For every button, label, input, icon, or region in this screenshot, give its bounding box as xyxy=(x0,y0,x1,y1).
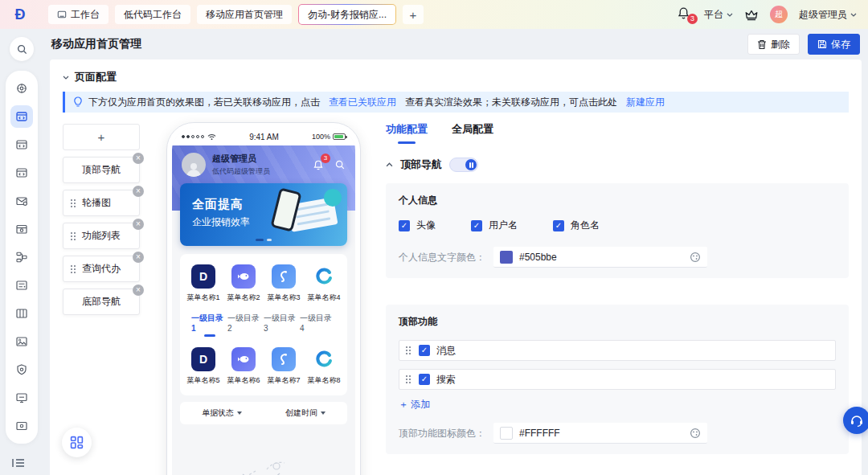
tab-function-config[interactable]: 功能配置 xyxy=(386,122,428,137)
personal-text-color-input[interactable]: #505bbe xyxy=(493,247,707,268)
component-function-list[interactable]: 功能列表 × xyxy=(63,223,140,249)
category-tab[interactable]: 一级目录2 xyxy=(227,313,264,333)
checkbox-checked-icon[interactable]: ✓ xyxy=(419,345,430,356)
top-function-color-input[interactable]: #FFFFFF xyxy=(493,423,707,444)
rail-search-button[interactable] xyxy=(10,37,34,61)
support-chat-button[interactable] xyxy=(843,407,868,434)
monitor-icon[interactable] xyxy=(10,387,33,409)
phone-bell-button[interactable]: 3 xyxy=(313,159,324,171)
notifications-button[interactable]: 3 xyxy=(677,6,693,23)
delete-button[interactable]: 删除 xyxy=(747,34,800,55)
component-bottom-nav[interactable]: 底部导航 × xyxy=(63,289,140,315)
color-swatch[interactable] xyxy=(500,251,513,264)
drag-handle[interactable] xyxy=(71,265,76,273)
tab-finance-expense-active[interactable]: 勿动-财务报销应... xyxy=(298,4,396,25)
palette-icon[interactable] xyxy=(690,428,701,439)
view-linked-app-link[interactable]: 查看已关联应用 xyxy=(329,96,396,109)
menu-item[interactable]: 菜单名称4 xyxy=(304,264,344,303)
add-component-button[interactable]: + xyxy=(63,124,140,150)
checkbox-avatar[interactable]: ✓头像 xyxy=(399,219,436,232)
function-row-label: 搜索 xyxy=(436,373,456,387)
mail-settings-icon[interactable] xyxy=(10,190,33,212)
component-query-todo[interactable]: 查询代办 × xyxy=(63,256,140,282)
service-gear-icon[interactable] xyxy=(10,77,33,100)
image-icon[interactable] xyxy=(10,330,33,353)
archive-settings-icon[interactable] xyxy=(10,218,33,240)
filter-doc-status[interactable]: 单据状态 xyxy=(180,407,264,419)
add-function-button[interactable]: ＋ 添加 xyxy=(399,398,430,412)
menu-item[interactable]: 菜单名称6 xyxy=(223,347,264,386)
ring-logo-icon xyxy=(312,347,336,371)
component-label: 查询代办 xyxy=(82,262,121,276)
color-field-label: 顶部功能图标颜色： xyxy=(399,427,493,440)
close-icon[interactable]: × xyxy=(133,186,144,197)
crown-icon[interactable] xyxy=(744,7,759,22)
phone-user-avatar[interactable] xyxy=(182,153,206,177)
page-code-icon-2[interactable] xyxy=(10,162,33,184)
chevron-up-icon[interactable] xyxy=(386,162,393,167)
personal-text-color-row: 个人信息文字颜色： #505bbe xyxy=(399,247,836,268)
user-menu[interactable]: 超级管理员 xyxy=(799,8,857,22)
tab-label: 移动应用首页管理 xyxy=(206,8,283,22)
shield-settings-icon[interactable] xyxy=(10,358,33,381)
page-code-icon[interactable] xyxy=(10,133,33,156)
widget-launcher-button[interactable] xyxy=(62,428,92,457)
top-nav-toggle[interactable] xyxy=(449,158,478,172)
phone-category-tabs: 一级目录1 一级目录2 一级目录3 一级目录4 xyxy=(183,303,344,338)
menu-item[interactable]: 菜单名称7 xyxy=(264,347,304,386)
checkbox-username[interactable]: ✓用户名 xyxy=(471,219,518,232)
category-tab-active[interactable]: 一级目录1 xyxy=(191,313,227,333)
page-config-section-toggle[interactable]: 页面配置 xyxy=(63,68,849,87)
menu-item[interactable]: D 菜单名称1 xyxy=(183,264,223,303)
user-avatar[interactable]: 超 xyxy=(770,6,788,23)
menu-label: 菜单名称4 xyxy=(307,293,340,303)
drag-handle[interactable] xyxy=(406,375,411,383)
menu-fold-icon[interactable] xyxy=(11,457,26,469)
section-title: 顶部导航 xyxy=(400,158,442,172)
menu-item[interactable]: 菜单名称8 xyxy=(304,347,344,386)
create-app-link[interactable]: 新建应用 xyxy=(626,96,665,109)
checkbox-checked-icon[interactable]: ✓ xyxy=(419,374,430,385)
notice-text: 查看真实渲染效果；未关联移动应用，可点击此处 xyxy=(405,96,617,109)
platform-menu[interactable]: 平台 xyxy=(704,8,733,22)
phone-carousel-banner[interactable]: 全面提高 企业报销效率 xyxy=(180,183,347,246)
checkbox-rolename[interactable]: ✓角色名 xyxy=(553,219,600,232)
fish-icon xyxy=(231,264,256,289)
menu-label: 菜单名称3 xyxy=(267,293,300,303)
drag-handle[interactable] xyxy=(406,346,411,354)
palette-icon[interactable] xyxy=(690,252,701,263)
filter-create-time[interactable]: 创建时间 xyxy=(264,407,347,419)
display-settings-icon[interactable] xyxy=(10,415,33,437)
flow-icon[interactable] xyxy=(10,246,33,268)
close-icon[interactable]: × xyxy=(133,252,144,263)
category-tab[interactable]: 一级目录4 xyxy=(300,313,336,333)
ring-logo-icon xyxy=(312,264,336,289)
tab-lowcode-workbench[interactable]: 低代码工作台 xyxy=(115,5,190,24)
menu-item[interactable]: 菜单名称2 xyxy=(223,264,264,303)
page-title: 移动应用首页管理 xyxy=(51,37,141,51)
top-function-icon-color-row: 顶部功能图标颜色： #FFFFFF xyxy=(399,423,836,444)
tab-mobile-home-mgmt[interactable]: 移动应用首页管理 xyxy=(197,5,292,24)
menu-item[interactable]: D 菜单名称5 xyxy=(183,347,223,386)
close-icon[interactable]: × xyxy=(133,153,144,164)
tab-workbench[interactable]: 工作台 xyxy=(48,5,108,24)
search-icon[interactable] xyxy=(334,159,346,170)
drag-handle[interactable] xyxy=(71,199,76,207)
component-top-nav[interactable]: 顶部导航 × xyxy=(63,157,140,183)
tab-global-config[interactable]: 全局配置 xyxy=(452,122,493,137)
chevron-down-icon xyxy=(237,412,242,415)
color-swatch[interactable] xyxy=(500,427,513,440)
component-carousel[interactable]: 轮播图 × xyxy=(63,190,140,216)
save-button[interactable]: 保存 xyxy=(808,34,860,55)
new-tab-button[interactable]: + xyxy=(403,5,424,24)
function-row-search[interactable]: ✓搜索 xyxy=(399,369,836,390)
page-code-icon-active[interactable] xyxy=(10,105,33,128)
function-row-message[interactable]: ✓消息 xyxy=(399,340,836,361)
table-columns-icon[interactable] xyxy=(10,302,33,325)
close-icon[interactable]: × xyxy=(133,285,144,296)
form-list-icon[interactable] xyxy=(10,274,33,297)
drag-handle[interactable] xyxy=(71,232,76,240)
category-tab[interactable]: 一级目录3 xyxy=(264,313,300,333)
menu-item[interactable]: 菜单名称3 xyxy=(264,264,304,303)
close-icon[interactable]: × xyxy=(133,219,144,230)
